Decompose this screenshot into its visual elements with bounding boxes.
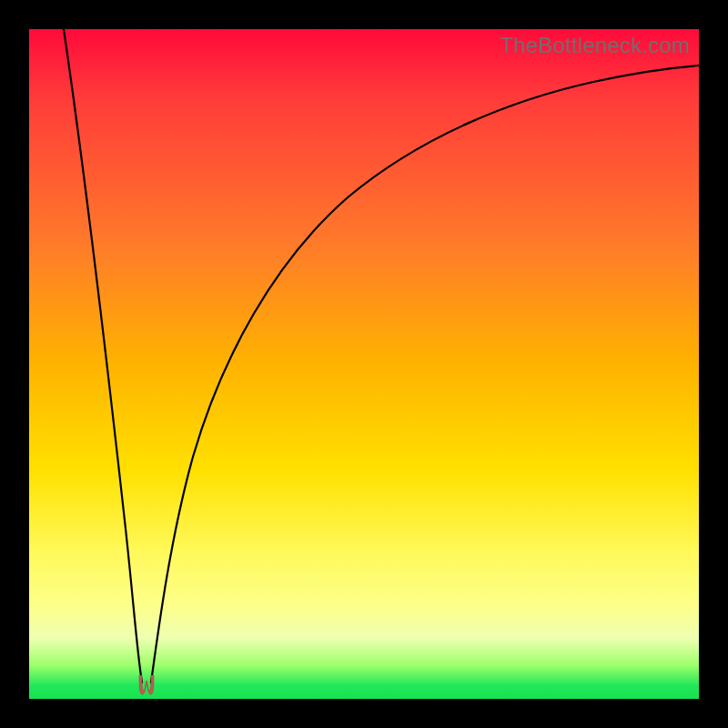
curve-right-branch bbox=[151, 66, 699, 682]
curve-left-branch bbox=[64, 29, 142, 682]
dip-marker-icon bbox=[136, 675, 157, 699]
chart-frame: TheBottleneck.com bbox=[0, 0, 728, 728]
bottleneck-curve bbox=[29, 29, 699, 699]
plot-area: TheBottleneck.com bbox=[29, 29, 699, 699]
